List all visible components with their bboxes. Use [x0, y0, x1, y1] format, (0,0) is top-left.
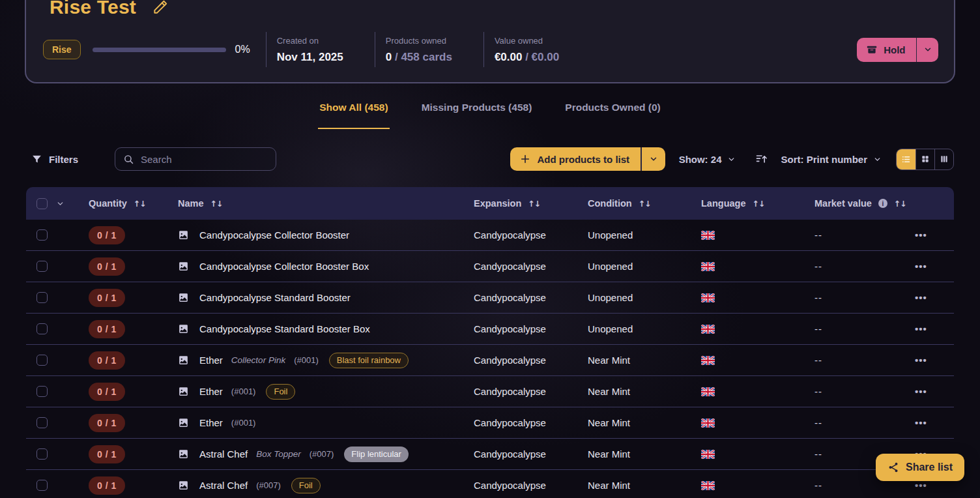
uk-flag-icon	[701, 356, 814, 365]
row-menu-button[interactable]: •••	[915, 386, 927, 397]
card-image-icon[interactable]	[178, 323, 189, 334]
tab-missing-products[interactable]: Missing Products (458)	[420, 100, 534, 129]
search-box	[115, 147, 276, 171]
list-view-button[interactable]	[897, 149, 915, 169]
quantity-badge: 0 / 1	[89, 351, 125, 370]
add-products-dropdown-button[interactable]	[642, 147, 665, 171]
condition-value: Near Mint	[588, 417, 630, 428]
print-number: (#001)	[231, 418, 256, 428]
row-checkbox[interactable]	[36, 292, 48, 303]
table-row: 0 / 1 Astral Chef (#007) Foil Candypocal…	[26, 470, 954, 498]
uk-flag-icon	[701, 418, 814, 428]
sort-arrows-icon[interactable]: ↑↓	[528, 199, 540, 209]
market-value: --	[814, 386, 822, 397]
toolbar: Filters Add products to list S	[31, 147, 954, 171]
condition-value: Unopened	[588, 292, 633, 303]
tab-show-all[interactable]: Show All (458)	[318, 100, 389, 129]
column-header-condition: Condition↑↓	[588, 198, 701, 209]
row-checkbox[interactable]	[36, 480, 48, 491]
share-list-button[interactable]: Share list	[876, 454, 964, 481]
card-image-icon[interactable]	[178, 229, 189, 241]
stat-label: Created on	[277, 36, 343, 46]
row-menu-button[interactable]: •••	[915, 355, 927, 366]
hold-dropdown-button[interactable]	[917, 38, 938, 62]
product-name[interactable]: Ether	[199, 386, 223, 397]
sort-arrows-icon[interactable]: ↑↓	[752, 199, 764, 209]
column-view-button[interactable]	[934, 149, 953, 169]
card-image-icon[interactable]	[178, 292, 189, 303]
row-checkbox[interactable]	[36, 355, 48, 366]
row-menu-button[interactable]: •••	[915, 480, 927, 491]
market-value: --	[814, 261, 822, 272]
product-name[interactable]: Ether	[199, 417, 223, 428]
uk-flag-icon	[701, 231, 814, 240]
row-checkbox[interactable]	[36, 323, 48, 334]
sort-arrows-icon[interactable]: ↑↓	[639, 199, 651, 209]
row-checkbox[interactable]	[36, 229, 48, 241]
hold-button[interactable]: Hold	[857, 38, 915, 62]
table-row: 0 / 1 Candypocalypse Standard Booster Bo…	[26, 314, 954, 345]
show-per-page-dropdown[interactable]: Show: 24	[679, 154, 736, 165]
market-value: --	[814, 480, 822, 491]
print-number: (#007)	[256, 480, 281, 490]
card-image-icon[interactable]	[178, 417, 189, 428]
sort-arrows-icon[interactable]: ↑↓	[134, 199, 146, 209]
edit-title-button[interactable]	[152, 0, 169, 16]
row-checkbox[interactable]	[36, 448, 48, 460]
product-name[interactable]: Candypocalypse Collector Booster Box	[199, 261, 369, 272]
card-image-icon[interactable]	[178, 355, 189, 366]
grid-view-button[interactable]	[915, 149, 934, 169]
search-icon	[123, 154, 134, 165]
row-checkbox[interactable]	[36, 261, 48, 272]
sort-arrows-icon[interactable]: ↑↓	[894, 199, 906, 209]
condition-value: Near Mint	[588, 386, 630, 397]
row-checkbox[interactable]	[36, 417, 48, 428]
card-image-icon[interactable]	[178, 261, 189, 272]
plus-icon	[520, 154, 530, 164]
uk-flag-icon	[701, 293, 814, 302]
tab-products-owned[interactable]: Products Owned (0)	[564, 100, 661, 129]
expansion-name: Candypocalypse	[474, 448, 546, 460]
filters-button[interactable]: Filters	[31, 154, 78, 165]
table-body: 0 / 1 Candypocalypse Collector Booster C…	[26, 220, 954, 498]
product-name[interactable]: Astral Chef	[199, 480, 248, 491]
sort-direction-button[interactable]	[755, 153, 768, 166]
product-name[interactable]: Candypocalypse Collector Booster	[199, 229, 349, 241]
table-row: 0 / 1 Candypocalypse Collector Booster C…	[26, 220, 954, 251]
row-menu-button[interactable]: •••	[915, 323, 927, 334]
table-row: 0 / 1 Candypocalypse Collector Booster B…	[26, 251, 954, 282]
sort-by-dropdown[interactable]: Sort: Print number	[781, 154, 882, 165]
market-value: --	[814, 355, 822, 366]
market-value: --	[814, 448, 822, 460]
grid-view-icon	[921, 154, 930, 164]
stat-value: 0 / 458 cards	[386, 51, 452, 64]
product-name[interactable]: Astral Chef	[199, 448, 248, 460]
row-checkbox[interactable]	[36, 386, 48, 397]
select-all-checkbox[interactable]	[36, 198, 48, 209]
product-name[interactable]: Ether	[199, 355, 223, 366]
row-menu-button[interactable]: •••	[915, 417, 927, 428]
condition-value: Near Mint	[588, 355, 630, 366]
card-image-icon[interactable]	[178, 480, 189, 491]
search-input[interactable]	[141, 154, 268, 165]
product-name[interactable]: Candypocalypse Standard Booster Box	[199, 323, 370, 334]
condition-value: Unopened	[588, 229, 633, 241]
column-header-market-value: Market valuei↑↓	[814, 198, 915, 209]
column-header-quantity: Quantity↑↓	[89, 198, 178, 209]
column-header-expansion: Expansion↑↓	[474, 198, 588, 209]
row-menu-button[interactable]: •••	[915, 229, 927, 241]
select-menu-button[interactable]	[56, 199, 65, 208]
product-name[interactable]: Candypocalypse Standard Booster	[199, 292, 351, 303]
stat-value: Nov 11, 2025	[277, 51, 343, 64]
add-products-button[interactable]: Add products to list	[510, 147, 641, 171]
table-row: 0 / 1 Astral Chef Box Topper (#007) Flip…	[26, 439, 954, 470]
condition-value: Unopened	[588, 323, 633, 334]
card-image-icon[interactable]	[178, 386, 189, 397]
row-menu-button[interactable]: •••	[915, 261, 927, 272]
sort-arrows-icon[interactable]: ↑↓	[210, 199, 223, 209]
expansion-name: Candypocalypse	[474, 386, 546, 397]
row-menu-button[interactable]: •••	[915, 292, 927, 303]
chevron-down-icon	[56, 199, 65, 208]
column-view-icon	[940, 154, 949, 164]
card-image-icon[interactable]	[178, 448, 189, 460]
